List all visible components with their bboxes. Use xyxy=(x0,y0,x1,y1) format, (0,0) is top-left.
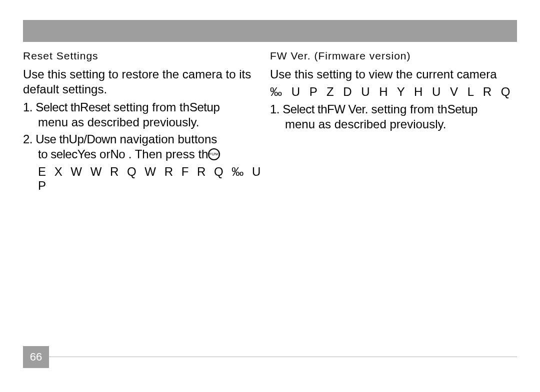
left-step-1: 1. Select thReset setting from thSetup m… xyxy=(23,100,270,130)
right-intro: Use this setting to view the current cam… xyxy=(270,67,517,82)
menu-setup: Setup xyxy=(448,102,478,116)
menu-item-fwver: FW Ver. xyxy=(327,102,368,116)
option-yes: Yes xyxy=(78,147,96,161)
menu-item-reset: Reset xyxy=(80,100,110,114)
right-heading: FW Ver. (Firmware version) xyxy=(270,50,517,62)
footer-rule xyxy=(49,357,517,357)
page-number: 66 xyxy=(23,346,49,368)
left-column: Reset Settings Use this setting to resto… xyxy=(23,50,270,193)
text-fragment: . Then press th xyxy=(125,147,208,161)
text-fragment: or xyxy=(96,147,110,161)
menu-setup: Setup xyxy=(190,100,220,114)
text-fragment: navigation buttons xyxy=(116,132,217,146)
right-cipher: ‰ U P Z D U H Y H U V L R Q xyxy=(270,85,517,99)
right-step-1: 1. Select thFW Ver. setting from thSetup… xyxy=(270,102,517,132)
left-step-2: 2. Use thUp/Down navigation buttons to s… xyxy=(23,132,270,162)
text-fragment: 1. Select th xyxy=(23,100,80,114)
left-intro: Use this setting to restore the camera t… xyxy=(23,67,270,97)
text-fragment: 2. Use th xyxy=(23,132,69,146)
option-no: No xyxy=(110,147,125,161)
header-bar xyxy=(23,20,517,42)
func-button-icon: FUNC xyxy=(208,148,220,160)
text-fragment: menu as described previously. xyxy=(285,117,446,132)
nav-updown: Up/Down xyxy=(69,132,116,146)
text-fragment: 1. Select th xyxy=(270,102,327,116)
left-step2-cipher: E X W W R Q W R F R Q ‰ U P xyxy=(38,165,270,193)
text-fragment: setting from th xyxy=(368,102,448,116)
content-area: Reset Settings Use this setting to resto… xyxy=(23,50,517,193)
right-column: FW Ver. (Firmware version) Use this sett… xyxy=(270,50,517,193)
text-fragment: setting from th xyxy=(110,100,190,114)
left-heading: Reset Settings xyxy=(23,50,270,62)
text-fragment: to selec xyxy=(38,147,78,161)
text-fragment: menu as described previously. xyxy=(38,115,199,130)
